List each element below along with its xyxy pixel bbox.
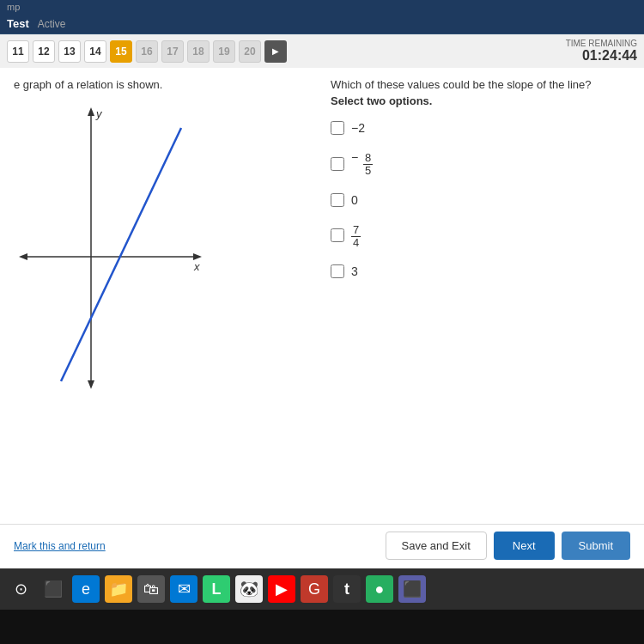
svg-line-8	[61, 128, 181, 381]
right-panel: Which of these values could be the slope…	[313, 78, 630, 513]
submit-button[interactable]: Submit	[562, 532, 630, 560]
question-15[interactable]: 15	[110, 40, 132, 63]
svg-marker-2	[88, 107, 94, 116]
question-18[interactable]: 18	[187, 40, 210, 63]
numerator-7: 7	[351, 224, 361, 237]
taskbar-t-icon[interactable]: t	[333, 575, 361, 603]
option-label-4[interactable]: 7 4	[351, 222, 361, 250]
fraction-8-5: 8 5	[363, 152, 373, 178]
select-two-text: Select two options.	[331, 94, 630, 107]
question-17[interactable]: 17	[161, 40, 184, 63]
svg-marker-4	[193, 253, 202, 260]
taskbar-panda-icon[interactable]: 🐼	[235, 575, 263, 603]
option-row-2: − 8 5	[331, 150, 630, 178]
question-11[interactable]: 11	[7, 40, 29, 63]
fraction-7-4: 7 4	[351, 224, 361, 250]
checkbox-option-5[interactable]	[331, 264, 344, 278]
option-label-2[interactable]: − 8 5	[351, 150, 373, 178]
question-20[interactable]: 20	[239, 40, 261, 63]
svg-text:y: y	[95, 107, 103, 120]
coordinate-graph: y x	[14, 102, 203, 394]
question-13[interactable]: 13	[58, 40, 81, 63]
taskbar-green-icon[interactable]: ●	[366, 575, 393, 603]
option-row-1: −2	[331, 121, 630, 135]
app-label: mp	[7, 2, 20, 12]
taskbar-mail-icon[interactable]: ✉	[170, 575, 197, 603]
time-value: 01:24:44	[566, 48, 637, 64]
denominator-4: 4	[351, 237, 361, 249]
next-button[interactable]: Next	[494, 532, 555, 560]
play-button[interactable]: ▶	[264, 40, 287, 63]
question-19[interactable]: 19	[213, 40, 235, 63]
top-bar: mp	[0, 0, 644, 14]
action-buttons: Save and Exit Next Submit	[386, 532, 630, 560]
checkbox-option-1[interactable]	[331, 121, 344, 135]
taskbar-search-icon[interactable]: ⊙	[7, 575, 34, 603]
option-label-5[interactable]: 3	[351, 264, 358, 278]
taskbar-view-icon[interactable]: ⬛	[39, 575, 67, 603]
time-remaining: TIME REMAINING 01:24:44	[566, 39, 637, 64]
taskbar: ⊙ ⬛ e 📁 🛍 ✉ L 🐼 ▶ G t ● ⬛	[0, 568, 644, 610]
taskbar-edge-icon[interactable]: e	[72, 575, 100, 603]
nav-bar: Test Active	[0, 14, 644, 34]
questions-bar: 11 12 13 14 15 16 17 18 19 20 ▶ TIME REM…	[0, 34, 644, 68]
svg-text:x: x	[193, 260, 200, 273]
numerator: 8	[363, 152, 373, 165]
taskbar-youtube-icon[interactable]: ▶	[268, 575, 295, 603]
mark-return-link[interactable]: Mark this and return	[14, 540, 106, 552]
option-row-3: 0	[331, 193, 630, 207]
checkbox-option-3[interactable]	[331, 193, 344, 207]
right-question-text: Which of these values could be the slope…	[331, 78, 630, 91]
option-row-4: 7 4	[331, 222, 630, 250]
main-content: e graph of a relation is shown.	[0, 68, 644, 524]
question-14[interactable]: 14	[84, 40, 106, 63]
option-label-1[interactable]: −2	[351, 121, 365, 135]
graph-area: y x	[14, 102, 203, 394]
taskbar-teams-icon[interactable]: ⬛	[398, 575, 426, 603]
taskbar-store-icon[interactable]: 🛍	[137, 575, 165, 603]
bottom-area	[0, 610, 644, 644]
left-panel: e graph of a relation is shown.	[14, 78, 313, 513]
option-label-3[interactable]: 0	[351, 193, 358, 207]
left-question-text: e graph of a relation is shown.	[14, 78, 313, 91]
taskbar-l-icon[interactable]: L	[203, 575, 230, 603]
option-row-5: 3	[331, 264, 630, 278]
test-label: Test	[7, 17, 29, 30]
checkbox-option-4[interactable]	[331, 228, 344, 242]
denominator: 5	[363, 165, 373, 177]
svg-marker-5	[19, 253, 27, 260]
question-16[interactable]: 16	[136, 40, 158, 63]
time-label: TIME REMAINING	[566, 39, 637, 48]
action-bar: Mark this and return Save and Exit Next …	[0, 524, 644, 568]
checkbox-option-2[interactable]	[331, 157, 344, 171]
taskbar-files-icon[interactable]: 📁	[105, 575, 132, 603]
taskbar-g-icon[interactable]: G	[301, 575, 328, 603]
neg-sign: −	[351, 150, 358, 164]
active-label: Active	[38, 18, 66, 30]
question-12[interactable]: 12	[33, 40, 55, 63]
svg-marker-3	[88, 380, 94, 389]
save-exit-button[interactable]: Save and Exit	[386, 532, 487, 560]
